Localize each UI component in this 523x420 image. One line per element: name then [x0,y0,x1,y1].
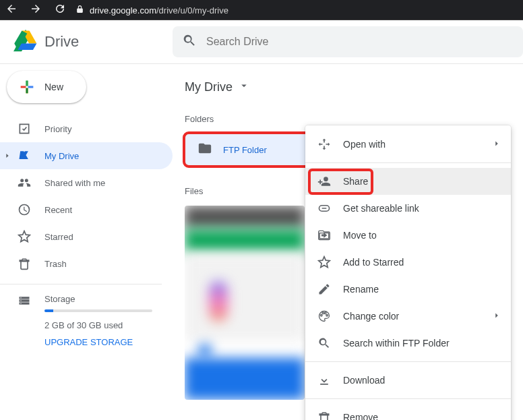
star-icon [317,256,331,269]
menu-search-within[interactable]: Search within FTP Folder [305,330,511,357]
trash-icon [317,411,331,420]
menu-item-label: Remove [343,412,378,420]
browser-bar: drive.google.com/drive/u/0/my-drive [0,0,523,20]
storage-bar [44,309,152,312]
sidebar-item-my-drive[interactable]: My Drive [0,142,173,169]
menu-item-label: Get shareable link [343,203,419,214]
address-bar[interactable]: drive.google.com/drive/u/0/my-drive [75,4,228,16]
search-input[interactable] [206,36,514,48]
menu-open-with[interactable]: Open with [305,131,511,158]
drive-logo-icon [13,28,38,55]
menu-download[interactable]: Download [305,367,511,394]
breadcrumb[interactable]: My Drive [185,76,523,98]
folder-icon [197,141,212,158]
lock-icon [75,4,84,16]
menu-separator [305,398,511,399]
sidebar-item-label: My Drive [44,151,79,161]
sidebar-item-label: Priority [44,124,71,134]
sidebar-item-shared[interactable]: Shared with me [0,169,173,196]
menu-separator [305,361,511,362]
storage-icon [18,294,31,307]
menu-item-label: Open with [343,139,386,150]
menu-share[interactable]: Share [305,168,511,195]
svg-rect-6 [20,303,22,304]
main-panel: My Drive Folders FTP Folder Files [173,64,523,420]
nav-back-icon[interactable] [5,3,18,18]
menu-item-label: Download [343,375,385,386]
menu-rename[interactable]: Rename [305,276,511,303]
folders-section-label: Folders [185,114,523,124]
url-text: drive.google.com/drive/u/0/my-drive [90,5,228,16]
sidebar: New Priority My Drive Shared with me Rec… [0,64,173,420]
svg-rect-4 [20,297,22,298]
menu-remove[interactable]: Remove [305,404,511,420]
svg-rect-5 [20,301,22,301]
sidebar-item-label: Recent [44,205,72,215]
person-add-icon [317,175,331,188]
menu-get-link[interactable]: Get shareable link [305,195,511,222]
storage-block: Storage 2 GB of 30 GB used UPGRADE STORA… [0,294,173,347]
palette-icon [317,309,331,323]
download-icon [317,373,331,387]
search-box[interactable] [173,26,523,57]
folder-name: FTP Folder [223,145,267,155]
sidebar-item-priority[interactable]: Priority [0,115,173,142]
menu-add-starred[interactable]: Add to Starred [305,249,511,276]
link-icon [317,202,331,215]
sidebar-item-label: Shared with me [44,178,105,188]
sidebar-item-label: Starred [44,232,73,242]
sidebar-separator [0,284,162,284]
file-thumbnail[interactable] [185,206,305,400]
sidebar-item-recent[interactable]: Recent [0,196,173,223]
open-with-icon [317,138,331,151]
app-name: Drive [44,33,79,51]
new-button-label: New [44,82,63,92]
pencil-icon [317,282,331,296]
new-button[interactable]: New [7,71,86,103]
storage-used-text: 2 GB of 30 GB used [44,320,152,330]
context-menu: Open with Share Get shareable link Move … [305,125,511,420]
sidebar-item-trash[interactable]: Trash [0,250,173,277]
menu-item-label: Search within FTP Folder [343,338,450,349]
menu-item-label: Add to Starred [343,257,404,268]
expand-caret-icon[interactable] [4,150,11,162]
chevron-right-icon [492,311,501,322]
menu-move-to[interactable]: Move to [305,222,511,249]
menu-item-label: Share [343,176,368,187]
storage-label: Storage [44,294,152,304]
search-icon [317,336,331,350]
nav-reload-icon[interactable] [54,3,66,18]
menu-item-label: Move to [343,230,377,241]
menu-change-color[interactable]: Change color [305,303,511,330]
move-icon [317,229,331,242]
app-header: Drive [0,20,523,64]
sidebar-item-label: Trash [44,259,67,269]
nav-forward-icon[interactable] [30,3,42,18]
menu-item-label: Change color [343,311,399,322]
breadcrumb-label: My Drive [185,80,233,94]
upgrade-storage-link[interactable]: UPGRADE STORAGE [44,337,152,347]
search-icon [182,33,197,51]
menu-separator [305,162,511,163]
menu-item-label: Rename [343,284,379,295]
dropdown-caret-icon[interactable] [238,80,250,94]
chevron-right-icon [492,139,501,150]
sidebar-item-starred[interactable]: Starred [0,223,173,250]
